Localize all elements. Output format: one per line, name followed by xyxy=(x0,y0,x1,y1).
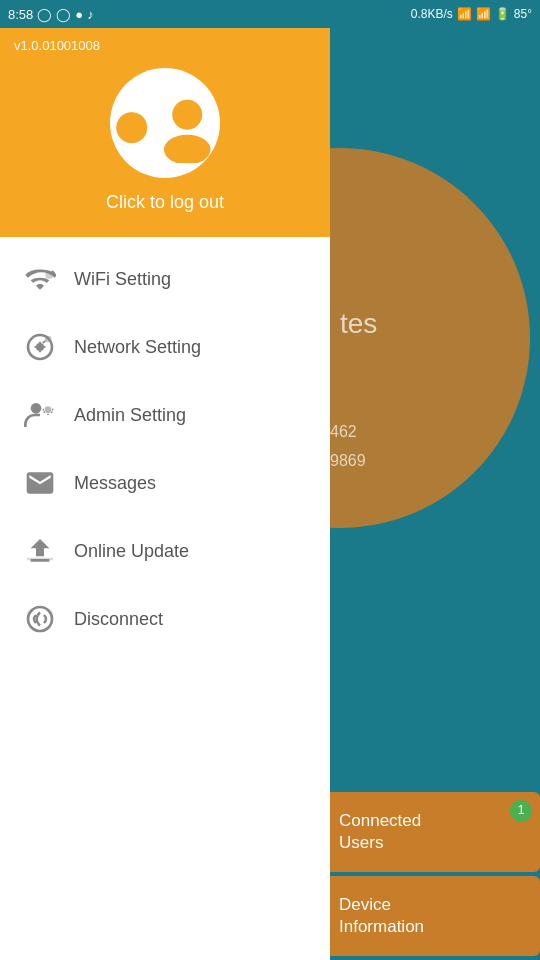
disconnect-icon xyxy=(22,601,58,637)
wifi-setting-icon xyxy=(22,261,58,297)
online-update-label: Online Update xyxy=(74,541,189,562)
menu-item-admin[interactable]: Admin Setting xyxy=(0,381,330,449)
status-bar: 8:58 ◯ ◯ ● ♪ 0.8KB/s 📶 📶 🔋 85° xyxy=(0,0,540,28)
bg-numbers: 462 9869 xyxy=(330,418,366,476)
bg-text: tes xyxy=(340,308,377,340)
svg-point-0 xyxy=(172,100,202,130)
menu-item-disconnect[interactable]: Disconnect xyxy=(0,585,330,653)
messages-icon xyxy=(22,465,58,501)
device-info-label: DeviceInformation xyxy=(339,895,424,936)
menu-item-messages[interactable]: Messages xyxy=(0,449,330,517)
speed-text: 0.8KB/s xyxy=(411,7,453,21)
svg-point-4 xyxy=(38,345,42,349)
wifi-setting-label: WiFi Setting xyxy=(74,269,171,290)
fb-icon1: ◯ xyxy=(37,7,52,22)
svg-rect-8 xyxy=(27,558,54,561)
connected-users-tile[interactable]: ConnectedUsers 1 xyxy=(325,792,540,872)
music-icon: ♪ xyxy=(87,7,94,22)
time: 8:58 xyxy=(8,7,33,22)
admin-setting-label: Admin Setting xyxy=(74,405,186,426)
admin-setting-icon xyxy=(22,397,58,433)
svg-point-5 xyxy=(45,336,52,343)
menu-list: WiFi Setting Network Setting xyxy=(0,237,330,960)
status-right: 0.8KB/s 📶 📶 🔋 85° xyxy=(411,7,532,21)
msg-icon: ● xyxy=(75,7,83,22)
logout-button[interactable]: Click to log out xyxy=(106,192,224,213)
connected-users-badge: 1 xyxy=(510,800,532,822)
avatar-svg xyxy=(154,83,221,163)
svg-point-1 xyxy=(163,135,210,163)
navigation-drawer: v1.0.01001008 ● Click to log out WiFi Se… xyxy=(0,28,330,960)
svg-point-7 xyxy=(45,406,52,413)
network-setting-icon xyxy=(22,329,58,365)
messages-label: Messages xyxy=(74,473,156,494)
menu-item-network[interactable]: Network Setting xyxy=(0,313,330,381)
signal-icon: 📶 xyxy=(476,7,491,21)
svg-point-6 xyxy=(31,403,42,414)
avatar: ● xyxy=(110,68,220,178)
bottom-tiles: ConnectedUsers 1 DeviceInformation xyxy=(325,792,540,960)
fb-icon2: ◯ xyxy=(56,7,71,22)
svg-point-9 xyxy=(28,607,52,631)
device-info-tile[interactable]: DeviceInformation xyxy=(325,876,540,956)
wifi-icon: 📶 xyxy=(457,7,472,21)
version-text: v1.0.01001008 xyxy=(14,38,100,53)
connected-users-label: ConnectedUsers xyxy=(339,811,421,852)
status-left: 8:58 ◯ ◯ ● ♪ xyxy=(8,7,94,22)
menu-item-update[interactable]: Online Update xyxy=(0,517,330,585)
battery-icon: 🔋 xyxy=(495,7,510,21)
disconnect-label: Disconnect xyxy=(74,609,163,630)
online-update-icon xyxy=(22,533,58,569)
drawer-header: v1.0.01001008 ● Click to log out xyxy=(0,28,330,237)
menu-item-wifi[interactable]: WiFi Setting xyxy=(0,245,330,313)
user-icon: ● xyxy=(110,87,154,159)
battery-percent: 85° xyxy=(514,7,532,21)
network-setting-label: Network Setting xyxy=(74,337,201,358)
